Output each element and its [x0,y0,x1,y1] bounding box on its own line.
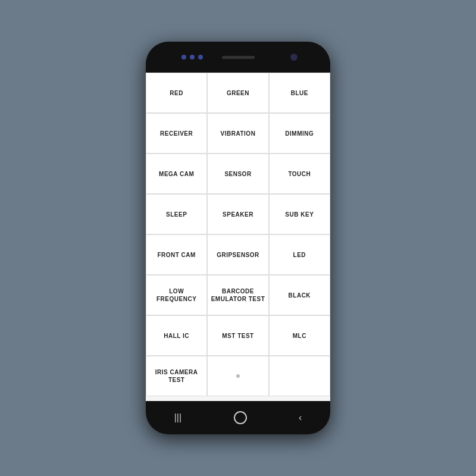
phone-dot-2 [190,55,195,60]
test-button-green[interactable]: GREEN [207,73,268,113]
test-button-mega-cam[interactable]: MEGA CAM [146,154,207,194]
test-button-touch[interactable]: TOUCH [269,154,330,194]
test-button-led[interactable]: LED [269,234,330,275]
phone-bottom-bar: ||| ‹ [146,401,330,434]
phone-wrapper: RED GREEN BLUE RECEIVER VIBRATION DIMMIN… [146,42,330,434]
small-dot [236,374,240,378]
phone-dots [181,55,203,60]
test-button-gripsensor[interactable]: GRIPSENSOR [207,234,268,275]
test-button-blue[interactable]: BLUE [269,73,330,113]
phone-dot-3 [198,55,203,60]
phone-body: RED GREEN BLUE RECEIVER VIBRATION DIMMIN… [146,42,330,434]
phone-screen: RED GREEN BLUE RECEIVER VIBRATION DIMMIN… [146,73,330,401]
test-cell-empty-1 [207,356,268,396]
test-button-speaker[interactable]: SPEAKER [207,194,268,234]
phone-speaker [222,56,255,59]
test-grid: RED GREEN BLUE RECEIVER VIBRATION DIMMIN… [146,73,330,396]
test-button-iris-camera-test[interactable]: IRIS CAMERA TEST [146,356,207,396]
test-button-red[interactable]: RED [146,73,207,113]
test-button-mst-test[interactable]: MST TEST [207,315,268,356]
test-button-vibration[interactable]: VIBRATION [207,113,268,154]
test-button-hall-ic[interactable]: HALL IC [146,315,207,356]
nav-home-button[interactable] [234,411,247,424]
test-button-sensor[interactable]: SENSOR [207,154,268,194]
test-button-dimming[interactable]: DIMMING [269,113,330,154]
test-button-low-frequency[interactable]: LOW FREQUENCY [146,275,207,315]
test-cell-empty-2 [269,356,330,396]
test-button-receiver[interactable]: RECEIVER [146,113,207,154]
nav-recent-button[interactable]: ||| [170,408,186,428]
test-button-black[interactable]: BLACK [269,275,330,315]
test-button-sub-key[interactable]: SUB KEY [269,194,330,234]
test-button-barcode-emulator-test[interactable]: BARCODE EMULATOR TEST [207,275,268,315]
test-button-front-cam[interactable]: FRONT CAM [146,234,207,275]
phone-front-camera [290,54,298,61]
test-button-sleep[interactable]: SLEEP [146,194,207,234]
nav-back-button[interactable]: ‹ [294,408,306,428]
phone-dot-1 [181,55,186,60]
test-button-mlc[interactable]: MLC [269,315,330,356]
phone-top-bar [146,42,330,73]
